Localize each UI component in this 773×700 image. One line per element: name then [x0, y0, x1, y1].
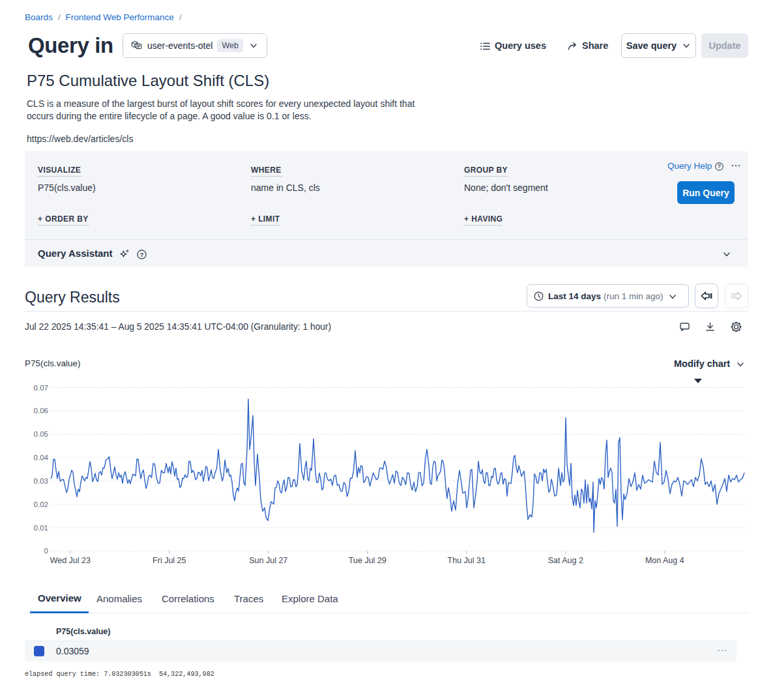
svg-text:0.06: 0.06	[34, 407, 48, 415]
svg-text:?: ?	[139, 250, 143, 257]
svg-text:Mon Aug 4: Mon Aug 4	[645, 556, 684, 565]
svg-text:0.07: 0.07	[34, 384, 48, 392]
svg-text:0.02: 0.02	[34, 501, 48, 508]
svg-text:0.03: 0.03	[34, 477, 48, 485]
svg-text:Thu Jul 31: Thu Jul 31	[448, 556, 486, 565]
svg-text:0: 0	[44, 547, 48, 555]
svg-text:Sat Aug 2: Sat Aug 2	[548, 556, 583, 565]
svg-text:Tue Jul 29: Tue Jul 29	[349, 556, 386, 565]
svg-text:Fri Jul 25: Fri Jul 25	[153, 556, 186, 565]
svg-text:0.05: 0.05	[34, 430, 48, 438]
svg-text:Wed Jul 23: Wed Jul 23	[50, 556, 91, 565]
svg-text:0.01: 0.01	[34, 524, 48, 532]
svg-text:?: ?	[718, 163, 721, 169]
svg-text:Sun Jul 27: Sun Jul 27	[249, 556, 287, 565]
svg-text:0.04: 0.04	[34, 454, 49, 461]
